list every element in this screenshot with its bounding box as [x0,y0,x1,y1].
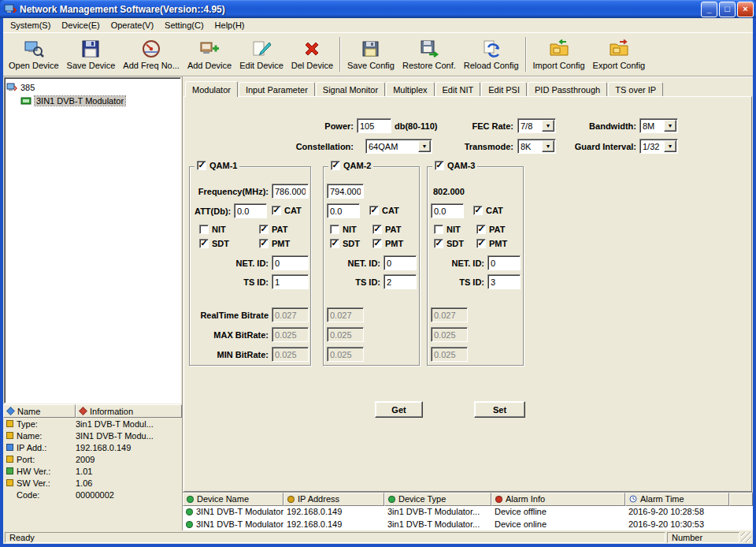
header-alarm-info[interactable]: Alarm Info [491,493,625,506]
checkbox[interactable] [330,239,339,248]
qam3-nit-checkbox[interactable]: NIT [434,225,461,234]
qam1-nit-checkbox[interactable]: NIT [199,225,226,234]
get-button[interactable]: Get [375,401,423,418]
checkbox[interactable] [259,239,269,248]
tab-signal-monitor[interactable]: Signal Monitor [316,82,385,96]
qam3-net-id-input[interactable] [487,255,521,270]
add-freq-button[interactable]: Add Freq No... [119,34,183,75]
qam1-enable-checkbox[interactable] [197,161,206,170]
dropdown-arrow-icon[interactable]: ▼ [664,120,676,132]
qam2-pat-checkbox[interactable]: PAT [372,225,401,234]
import-config-button[interactable]: Import Config [529,34,589,75]
qam1-net-id-input[interactable] [272,255,309,270]
qam1-pmt-checkbox[interactable]: PMT [259,239,290,248]
tab-input-parameter[interactable]: Input Parameter [239,82,315,96]
qam3-enable-checkbox[interactable] [435,161,444,170]
checkbox[interactable] [272,206,281,215]
qam2-min-bitrate-field [327,347,364,362]
power-input[interactable] [357,118,391,133]
qam2-pmt-checkbox[interactable]: PMT [372,239,403,248]
info-header-information-label: Information [90,407,133,416]
restore-config-button[interactable]: Restore Conf. [398,34,460,75]
tab-pid-passthrough[interactable]: PID Passthrough [528,82,607,96]
checkbox[interactable] [476,225,486,234]
qam3-pmt-checkbox[interactable]: PMT [476,239,507,248]
set-button[interactable]: Set [474,401,525,418]
tree-device-item[interactable]: 3IN1 DVB-T Modulator [20,94,179,107]
header-ip-address[interactable]: IP Address [284,493,384,506]
menu-setting[interactable]: Setting(C) [159,19,209,32]
qam2-sdt-checkbox[interactable]: SDT [330,239,360,248]
qam1-att-input[interactable] [234,203,267,218]
checkbox[interactable] [259,225,269,234]
tab-ts-over-ip[interactable]: TS over IP [608,82,663,96]
qam2-frequency-input[interactable] [327,184,364,199]
qam2-att-input[interactable] [327,203,360,218]
dropdown-arrow-icon[interactable]: ▼ [542,140,554,152]
qam3-cat-checkbox[interactable]: CAT [473,206,503,215]
menu-help[interactable]: Help(H) [209,19,250,32]
open-device-button[interactable]: Open Device [5,34,63,75]
device-row[interactable]: 3IN1 DVB-T Modulator 192.168.0.149 3in1 … [183,506,753,519]
checkbox[interactable] [372,225,382,234]
qam2-net-id-input[interactable] [384,255,417,270]
qam2-enable-checkbox[interactable] [331,161,340,170]
constellation-select[interactable]: 64QAM ▼ [365,139,432,154]
fec-rate-select[interactable]: 7/8 ▼ [517,118,556,133]
qam3-att-input[interactable] [431,203,464,218]
dropdown-arrow-icon[interactable]: ▼ [542,120,554,132]
tab-multiplex[interactable]: Multiplex [386,82,434,96]
export-config-button[interactable]: Export Config [589,34,650,75]
menu-operate[interactable]: Operate(V) [106,19,159,32]
checkbox[interactable] [476,239,486,248]
dropdown-arrow-icon[interactable]: ▼ [664,140,676,152]
tab-modulator[interactable]: Modulator [185,81,238,97]
transmode-select[interactable]: 8K ▼ [517,139,556,154]
close-button[interactable]: × [737,2,754,17]
add-device-button[interactable]: Add Device [183,34,235,75]
left-panel-filler [3,500,182,530]
tab-edit-psi[interactable]: Edit PSI [481,82,527,96]
edit-device-button[interactable]: Edit Device [235,34,287,75]
checkbox[interactable] [199,225,209,234]
checkbox[interactable] [434,239,443,248]
qam1-ts-id-input[interactable] [272,274,309,289]
qam1-sdt-checkbox[interactable]: SDT [199,239,229,248]
reload-config-button[interactable]: Reload Config [460,34,523,75]
info-header-name[interactable]: Name [3,404,76,418]
del-device-button[interactable]: Del Device [287,34,337,75]
checkbox[interactable] [330,225,339,234]
qam3-pat-checkbox[interactable]: PAT [476,225,505,234]
menu-system[interactable]: System(S) [5,19,56,32]
menu-device[interactable]: Device(E) [56,19,105,32]
tree-root-item[interactable]: 385 [6,80,179,94]
checkbox[interactable] [473,206,483,215]
checkbox[interactable] [434,225,443,234]
qam2-cat-checkbox[interactable]: CAT [369,206,399,215]
qam1-cat-checkbox[interactable]: CAT [272,206,302,215]
resize-grip[interactable] [741,532,751,542]
checkbox[interactable] [369,206,379,215]
qam2-ts-id-input[interactable] [384,274,417,289]
header-alarm-time[interactable]: Alarm Time [625,493,729,506]
device-row[interactable]: 3IN1 DVB-T Modulator 192.168.0.149 3in1 … [183,518,753,530]
bandwidth-select[interactable]: 8M ▼ [639,118,678,133]
header-device-name[interactable]: Device Name [183,493,284,506]
qam2-nit-checkbox[interactable]: NIT [330,225,357,234]
checkbox[interactable] [372,239,382,248]
guard-interval-select[interactable]: 1/32 ▼ [639,139,678,154]
qam1-frequency-input[interactable] [272,184,309,199]
minimize-button[interactable]: _ [701,2,717,17]
maximize-button[interactable]: □ [719,2,736,17]
tab-edit-nit[interactable]: Edit NIT [435,82,481,96]
qam3-sdt-checkbox[interactable]: SDT [434,239,464,248]
header-device-type[interactable]: Device Type [384,493,491,506]
dropdown-arrow-icon[interactable]: ▼ [418,140,431,152]
qam3-frequency-input[interactable] [431,184,468,199]
save-config-button[interactable]: Save Config [343,34,398,75]
qam1-pat-checkbox[interactable]: PAT [259,225,287,234]
checkbox[interactable] [199,239,209,248]
qam3-ts-id-input[interactable] [487,274,521,289]
info-header-information[interactable]: Information [76,404,182,418]
save-device-button[interactable]: Save Device [63,34,120,75]
